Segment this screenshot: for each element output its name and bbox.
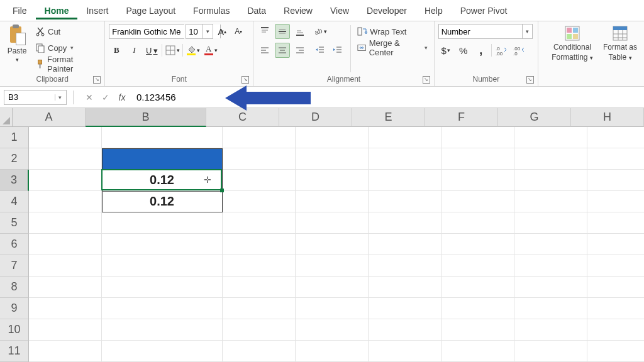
- cell-B3[interactable]: 0.12: [102, 170, 223, 191]
- cell-F6[interactable]: [441, 234, 514, 255]
- dialog-launcher-icon[interactable]: ↘: [93, 76, 101, 84]
- menu-page-layout[interactable]: Page Layout: [117, 2, 184, 19]
- cell-A10[interactable]: [29, 319, 102, 341]
- cell-A8[interactable]: [29, 277, 102, 298]
- cell-D9[interactable]: [296, 298, 369, 319]
- cell-B4[interactable]: 0.12: [102, 191, 223, 212]
- cell-H8[interactable]: [587, 277, 644, 298]
- cell-A4[interactable]: [29, 191, 102, 212]
- decrease-font-button[interactable]: A▾: [231, 24, 246, 39]
- cell-C2[interactable]: [223, 148, 296, 170]
- cell-D8[interactable]: [296, 277, 369, 298]
- row-header-11[interactable]: 11: [0, 341, 29, 362]
- cell-E3[interactable]: [369, 170, 441, 191]
- cell-E7[interactable]: [369, 255, 441, 277]
- increase-font-button[interactable]: A▴: [214, 24, 230, 39]
- cell-B6[interactable]: [102, 234, 223, 255]
- cell-E2[interactable]: [369, 148, 441, 170]
- paste-button[interactable]: Paste ▾: [4, 24, 30, 64]
- decrease-indent-button[interactable]: [313, 43, 328, 58]
- cell-F10[interactable]: [441, 319, 514, 341]
- cell-C6[interactable]: [223, 234, 296, 255]
- dialog-launcher-icon[interactable]: ↘: [423, 76, 430, 84]
- conditional-formatting-button[interactable]: Conditional Formatting ▾: [550, 24, 595, 63]
- cell-D6[interactable]: [296, 234, 369, 255]
- cell-C3[interactable]: [223, 170, 296, 191]
- chevron-down-icon[interactable]: ▾: [522, 25, 532, 38]
- row-header-2[interactable]: 2: [0, 148, 29, 170]
- align-center-button[interactable]: [275, 43, 290, 58]
- cell-E8[interactable]: [369, 277, 441, 298]
- cell-C11[interactable]: [223, 341, 296, 362]
- font-size-dropdown[interactable]: ▾: [186, 24, 213, 39]
- number-format-input[interactable]: [439, 25, 522, 38]
- cell-F7[interactable]: [441, 255, 514, 277]
- cell-G1[interactable]: [514, 127, 587, 148]
- cell-A1[interactable]: [29, 127, 102, 148]
- row-header-9[interactable]: 9: [0, 298, 29, 319]
- cell-B7[interactable]: [102, 255, 223, 277]
- cell-D3[interactable]: [296, 170, 369, 191]
- column-header-H[interactable]: H: [571, 108, 644, 127]
- font-size-input[interactable]: [186, 25, 203, 38]
- cell-G9[interactable]: [514, 298, 587, 319]
- cell-B5[interactable]: [102, 212, 223, 234]
- menu-view[interactable]: View: [321, 2, 358, 19]
- accounting-format-button[interactable]: $▾: [438, 43, 453, 58]
- menu-home[interactable]: Home: [36, 2, 78, 19]
- cell-A6[interactable]: [29, 234, 102, 255]
- number-format-dropdown[interactable]: ▾: [438, 24, 533, 39]
- name-box-input[interactable]: [4, 92, 55, 102]
- dialog-launcher-icon[interactable]: ↘: [526, 76, 534, 84]
- cell-F8[interactable]: [441, 277, 514, 298]
- cell-D7[interactable]: [296, 255, 369, 277]
- fill-handle[interactable]: [220, 189, 224, 192]
- select-all-corner[interactable]: [0, 108, 13, 127]
- cell-G11[interactable]: [514, 341, 587, 362]
- cell-F9[interactable]: [441, 298, 514, 319]
- cell-D1[interactable]: [296, 127, 369, 148]
- increase-indent-button[interactable]: [330, 43, 345, 58]
- cell-G10[interactable]: [514, 319, 587, 341]
- chevron-down-icon[interactable]: ▾: [55, 94, 65, 101]
- copy-button[interactable]: Copy ▾: [33, 40, 101, 55]
- cell-C7[interactable]: [223, 255, 296, 277]
- cell-H1[interactable]: [587, 127, 644, 148]
- formula-input[interactable]: [130, 90, 644, 105]
- format-as-table-button[interactable]: Format as Table ▾: [600, 24, 640, 63]
- chevron-down-icon[interactable]: ▾: [203, 25, 213, 38]
- cell-B10[interactable]: [102, 319, 223, 341]
- cell-F5[interactable]: [441, 212, 514, 234]
- cell-B2[interactable]: [102, 148, 223, 170]
- menu-file[interactable]: File: [4, 2, 36, 19]
- cell-D10[interactable]: [296, 319, 369, 341]
- column-header-F[interactable]: F: [425, 108, 498, 127]
- column-header-D[interactable]: D: [279, 108, 352, 127]
- cut-button[interactable]: Cut: [33, 24, 101, 39]
- row-header-6[interactable]: 6: [0, 234, 29, 255]
- underline-button[interactable]: U▾: [144, 43, 159, 58]
- cancel-formula-button[interactable]: ✕: [81, 90, 97, 105]
- cell-B8[interactable]: [102, 277, 223, 298]
- align-top-button[interactable]: [257, 24, 272, 39]
- cell-C9[interactable]: [223, 298, 296, 319]
- menu-formulas[interactable]: Formulas: [184, 2, 238, 19]
- cell-H5[interactable]: [587, 212, 644, 234]
- cell-C1[interactable]: [223, 127, 296, 148]
- enter-formula-button[interactable]: ✓: [97, 90, 114, 105]
- cell-A9[interactable]: [29, 298, 102, 319]
- insert-function-button[interactable]: fx: [114, 90, 130, 105]
- menu-help[interactable]: Help: [416, 2, 452, 19]
- cell-F1[interactable]: [441, 127, 514, 148]
- cell-H9[interactable]: [587, 298, 644, 319]
- cell-B11[interactable]: [102, 341, 223, 362]
- cell-E5[interactable]: [369, 212, 441, 234]
- cell-G2[interactable]: [514, 148, 587, 170]
- align-left-button[interactable]: [257, 43, 272, 58]
- cell-A5[interactable]: [29, 212, 102, 234]
- cell-A7[interactable]: [29, 255, 102, 277]
- borders-button[interactable]: ▾: [165, 43, 180, 58]
- row-header-3[interactable]: 3: [0, 170, 29, 191]
- cell-E10[interactable]: [369, 319, 441, 341]
- cell-B9[interactable]: [102, 298, 223, 319]
